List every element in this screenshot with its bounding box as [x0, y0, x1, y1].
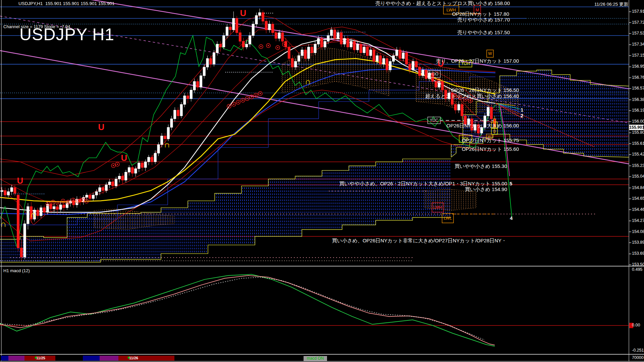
axis-label: 153.890 [632, 240, 644, 245]
session-segment [100, 356, 118, 361]
date-label: 11/26 [129, 356, 138, 360]
macd-on-badge[interactable]: macd ON [304, 356, 327, 361]
axis-label: 156.765 [632, 75, 644, 80]
level-tag-label: LWL [444, 216, 452, 221]
level-tag-label: D [493, 129, 496, 134]
axis-label: 154.080 [632, 229, 644, 234]
macd-pane-label: H1 macd (12) [3, 268, 30, 273]
ichimoku-cloud [0, 159, 451, 262]
u-turn-marker-icon: U [98, 122, 105, 132]
bottom-border [0, 361, 644, 362]
pane-separator[interactable] [0, 266, 644, 266]
price-annotation: 超えるとストップロス買い小さめ 156.40 [425, 93, 519, 100]
price-annotation: 売りやや小さめ 157.70 [457, 17, 510, 23]
pane-separator[interactable] [0, 354, 644, 355]
axis-label: 155.230 [632, 163, 644, 168]
axis-label: 157.340 [632, 42, 644, 47]
price-annotation: 買いやや小さめ 155.30 [454, 163, 507, 170]
signal-circle-dot [82, 199, 83, 201]
signal-circle-dot [470, 100, 471, 101]
axis-label: 154.655 [632, 196, 644, 201]
u-turn-marker-icon: U [17, 176, 23, 186]
level-tag-label: YDO [430, 72, 438, 76]
axis-label: 157.150 [632, 53, 644, 58]
axis-label: 155.805 [632, 130, 644, 135]
macd-axis-label: 0.00 [632, 323, 640, 327]
price-annotation: OP27日NYカット 155.75 [462, 137, 519, 144]
signal-circle-dot [242, 100, 244, 101]
signal-circle-dot [47, 203, 49, 204]
axis-label: 154.465 [632, 207, 644, 212]
macd-axis-label: 70000 [632, 355, 644, 360]
chart-canvas[interactable]: UUUUU∩∩∩∩1254LWHMWYDHYDOYDCYDLDDWLMHLWL [0, 0, 644, 362]
signal-circle-dot [117, 164, 118, 165]
session-segment [118, 356, 174, 361]
signal-circle-dot [260, 46, 262, 47]
macd-signal-line [0, 277, 485, 340]
update-timestamp: 11/26 06:25 更新 [594, 1, 628, 7]
trading-chart-window: UUUUU∩∩∩∩1254LWHMWYDHYDOYDCYDLDDWLMHLWL … [0, 0, 644, 362]
macd-axis-label: -0.251 [632, 348, 644, 353]
axis-label: 156.000 [632, 119, 644, 124]
axis-label: 155.425 [632, 152, 644, 157]
signal-circle-dot [67, 201, 69, 203]
signal-circle-dot [260, 93, 261, 94]
signal-circle-dot [251, 96, 252, 98]
wave-number-label: 1 [521, 107, 523, 113]
session-segment [8, 356, 24, 361]
signal-circle-dot [113, 165, 114, 166]
axis-label: 156.955 [632, 64, 644, 69]
signal-circle-dot [255, 95, 257, 96]
signal-circle-dot [284, 44, 285, 45]
u-turn-marker-icon: U [121, 153, 127, 163]
price-annotation: 売りやや小さめ・超えるとストップロス買い小さめ 158.00 [375, 0, 510, 7]
axis-label: 154.845 [632, 185, 644, 190]
axis-label: 153.505 [632, 262, 644, 267]
axis-label: 153.695 [632, 251, 644, 256]
symbol-ohlc-line: USDJPY,H1 155.901 155.901 155.901 155.90… [18, 1, 114, 6]
wave-number-label: 2 [521, 113, 523, 118]
cap-marker-icon: ∩ [164, 139, 170, 149]
axis-label: 157.915 [632, 9, 644, 14]
session-segment [1, 356, 8, 361]
signal-circle-dot [277, 47, 278, 48]
price-annotation: 買い小さめ 154.90 [465, 186, 507, 193]
signal-circle-dot [233, 104, 234, 105]
u-turn-marker-icon: U [240, 8, 247, 18]
price-annotation: 売り、OP26・27日NYカット 157.00 [436, 58, 519, 64]
signal-circle-dot [247, 98, 248, 99]
level-tag-label: YDC [430, 118, 438, 123]
watermark-title: USDJPY H1 [19, 25, 114, 44]
signal-circle-dot [438, 80, 440, 81]
axis-label: 157.725 [632, 20, 644, 25]
wave-number-label: 5 [509, 181, 512, 186]
cap-marker-icon: ∩ [30, 209, 37, 220]
axis-label: 154.270 [632, 218, 644, 223]
signal-circle-dot [77, 200, 79, 202]
price-annotation: OP26・28日NYカット 156.50 [451, 87, 519, 94]
signal-circle-dot [52, 201, 54, 203]
signal-circle-dot [268, 45, 269, 46]
axis-label: 155.615 [632, 141, 644, 146]
price-annotation: OP26日NYカット 155.60 [462, 146, 519, 153]
price-annotation: OP26日NYカット大きめ 156.00 [446, 123, 519, 129]
macd-axis-label: 0.495 [632, 267, 642, 272]
wave-number-label: 4 [510, 215, 513, 221]
axis-label: 157.535 [632, 31, 644, 36]
level-tag-label: LMH [433, 205, 442, 210]
date-label: 11/25 [36, 356, 45, 360]
signal-circle-dot [86, 200, 87, 202]
level-tag-label: W [488, 51, 492, 56]
macd-fast-line [0, 275, 495, 346]
signal-circle-dot [228, 106, 230, 107]
axis-label: 155.040 [632, 174, 644, 179]
axis-label: 156.575 [632, 86, 644, 90]
cap-marker-icon: ∩ [305, 76, 311, 86]
signal-circle-dot [72, 199, 74, 201]
price-annotation: 売りやや小さめ 157.50 [457, 29, 510, 36]
signal-circle-dot [62, 200, 64, 202]
price-annotation: 買い小さめ、OP26日NYカット非常に大きめ/OP27日NYカット/OP28日N… [332, 238, 506, 244]
session-segment [83, 356, 100, 361]
axis-label: 156.190 [632, 108, 644, 113]
current-price-tag: 155.901 [629, 125, 644, 130]
